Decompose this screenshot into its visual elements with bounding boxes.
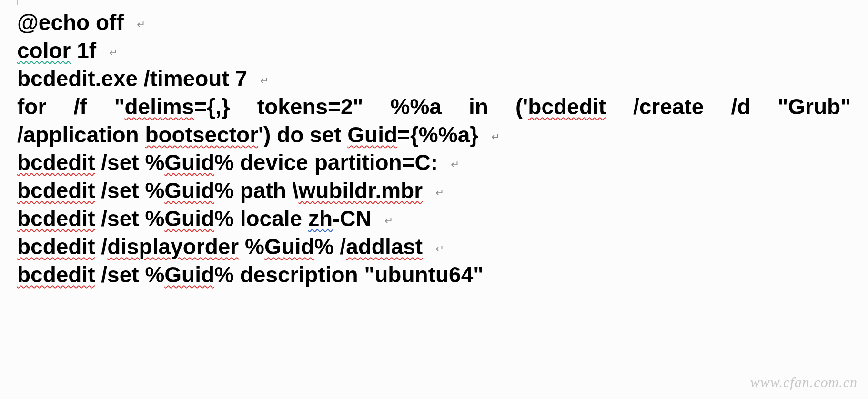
document-page[interactable]: @echo off ↵ color 1f ↵ bcdedit.exe /time… (0, 0, 868, 399)
text-spelling-underline: wubildr.mbr (298, 178, 423, 203)
text-spelling-underline: Guid (264, 234, 314, 259)
text-spelling-underline: bcdedit (17, 150, 95, 175)
text: / (95, 234, 108, 259)
text: % path \ (214, 178, 298, 203)
text-spelling-underline: displayorder (107, 234, 239, 259)
text: bcdedit.exe /timeout 7 (17, 66, 247, 91)
paragraph-mark-icon: ↵ (435, 242, 444, 256)
text-spelling-underline: bootsector (145, 122, 258, 147)
text: ={,} tokens=2" %%a in (' (194, 94, 528, 119)
code-line: bcdedit /displayorder %Guid% /addlast ↵ (17, 233, 851, 261)
text: /set % (95, 150, 165, 175)
text-spelling-underline: Guid (347, 122, 397, 147)
text-spelling-underline: Guid (164, 150, 214, 175)
watermark: www.cfan.com.cn (750, 374, 858, 390)
paragraph-mark-icon: ↵ (491, 130, 500, 144)
text-spelling-underline: Guid (164, 206, 214, 231)
text: % (239, 234, 264, 259)
paragraph-mark-icon: ↵ (260, 74, 269, 88)
text-spelling-underline: Guid (164, 178, 214, 203)
paragraph-mark-icon: ↵ (435, 186, 444, 200)
text-cursor (484, 265, 484, 287)
text: % / (314, 234, 346, 259)
text: ') do set (258, 122, 347, 147)
text-spelling-underline: bcdedit (17, 262, 95, 287)
text-spelling-underline: addlast (346, 234, 423, 259)
code-line: bcdedit /set %Guid% device partition=C: … (17, 149, 851, 177)
paragraph-mark-icon: ↵ (384, 214, 393, 228)
ruler-tab-corner (0, 0, 18, 5)
code-line: bcdedit /set %Guid% description "ubuntu6… (17, 261, 851, 289)
text: ={%%a} (397, 122, 478, 147)
text: 1f (71, 38, 96, 63)
text-style-underline: zh (308, 206, 333, 231)
code-line: color 1f ↵ (17, 37, 851, 65)
text-spelling-underline: bcdedit (528, 94, 606, 119)
text-spelling-underline: delims (125, 94, 194, 119)
paragraph-mark-icon: ↵ (451, 158, 459, 171)
paragraph-mark-icon: ↵ (109, 46, 118, 60)
text: /application (17, 122, 145, 147)
code-line: bcdedit /set %Guid% locale zh-CN ↵ (17, 205, 851, 233)
text-spelling-underline: bcdedit (17, 206, 95, 231)
paragraph-mark-icon: ↵ (137, 18, 145, 31)
text: for /f " (17, 94, 125, 119)
text: /create /d "Grub" (606, 94, 851, 119)
code-line: bcdedit /set %Guid% path \wubildr.mbr ↵ (17, 177, 851, 205)
code-line: @echo off ↵ (17, 9, 851, 37)
text-grammar-underline: color (17, 38, 71, 63)
text: % description "ubuntu64" (214, 262, 484, 287)
text: /set % (95, 178, 165, 203)
code-line: bcdedit.exe /timeout 7 ↵ (17, 65, 851, 93)
text: -CN (333, 206, 372, 231)
code-line: for /f "delims={,} tokens=2" %%a in ('bc… (17, 93, 851, 121)
text: /set % (95, 206, 165, 231)
text-spelling-underline: Guid (164, 262, 214, 287)
code-line: /application bootsector') do set Guid={%… (17, 121, 851, 149)
text: @echo off (17, 10, 124, 35)
text: /set % (95, 262, 165, 287)
text: % device partition=C: (214, 150, 438, 175)
text: % locale (214, 206, 308, 231)
text-spelling-underline: bcdedit (17, 178, 95, 203)
text-spelling-underline: bcdedit (17, 234, 95, 259)
